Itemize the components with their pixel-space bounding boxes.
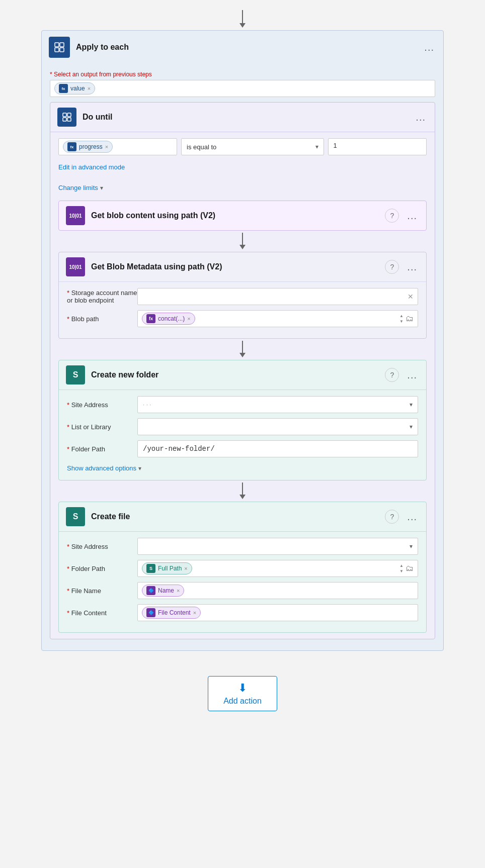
get-blob-content-help-btn[interactable]: ? xyxy=(385,209,399,223)
add-action-btn[interactable]: ⬇ Add action xyxy=(208,676,277,711)
apply-to-each-card: Apply to each ... * Select an output fro… xyxy=(41,30,444,651)
get-blob-content-actions: ? ... xyxy=(385,209,419,223)
svg-marker-11 xyxy=(239,245,246,249)
storage-account-clear[interactable]: ✕ xyxy=(408,293,414,301)
value-token: fx value × xyxy=(54,82,95,94)
file-name-row: File Name 🔷 Name × xyxy=(67,582,418,599)
apply-to-each-title: Apply to each xyxy=(76,43,422,52)
folder-path-label: Folder Path xyxy=(67,445,137,453)
operator-chevron: ▾ xyxy=(315,143,318,150)
create-new-folder-card: S Create new folder ? ... Site Address xyxy=(58,360,427,480)
create-file-more-btn[interactable]: ... xyxy=(405,511,419,523)
create-file-header: S Create file ? ... xyxy=(59,502,426,531)
list-library-select[interactable]: ▾ xyxy=(137,418,418,435)
condition-token-input[interactable]: fx progress × xyxy=(58,138,177,155)
list-library-label: List or Library xyxy=(67,423,137,431)
value-input[interactable]: 1 xyxy=(328,138,427,155)
create-file-actions: ? ... xyxy=(385,510,419,524)
get-blob-metadata-actions: ? ... xyxy=(385,260,419,274)
get-blob-metadata-more-btn[interactable]: ... xyxy=(405,261,419,273)
svg-marker-13 xyxy=(239,353,246,357)
create-folder-body: Site Address · · · ▾ List or Library xyxy=(59,390,426,480)
name-icon: 🔷 xyxy=(146,586,155,595)
file-content-close[interactable]: × xyxy=(193,610,196,616)
site-address-label-1: Site Address xyxy=(67,401,137,409)
storage-account-row: Storage account name or blob endpoint ✕ xyxy=(67,288,418,305)
do-until-actions: ... xyxy=(414,112,428,123)
edit-advanced-btn[interactable]: Edit in advanced mode xyxy=(58,161,125,173)
svg-rect-7 xyxy=(67,113,71,117)
do-until-more-btn[interactable]: ... xyxy=(414,112,428,123)
name-close[interactable]: × xyxy=(177,588,180,594)
site-address-select-2[interactable]: ▾ xyxy=(137,538,418,555)
blob-path-row: Blob path fx concat(...) × ▲ xyxy=(67,310,418,327)
svg-rect-2 xyxy=(55,43,59,47)
file-content-row: File Content 🔷 File Content × xyxy=(67,604,418,621)
folder-path-input[interactable]: /your-new-folder/ xyxy=(137,440,418,457)
do-until-title: Do until xyxy=(83,113,414,122)
progress-token-close[interactable]: × xyxy=(105,144,108,150)
folder-path-folder-btn[interactable]: 🗂 xyxy=(406,564,414,573)
operator-select[interactable]: is equal to ▾ xyxy=(181,138,324,155)
progress-token-icon: fx xyxy=(67,142,76,151)
svg-rect-9 xyxy=(67,118,71,121)
site-address-select-1[interactable]: · · · ▾ xyxy=(137,396,418,413)
apply-to-each-more-btn[interactable]: ... xyxy=(422,42,436,53)
full-path-icon: S xyxy=(146,564,155,573)
get-blob-metadata-icon: 10|01 xyxy=(66,257,85,276)
create-folder-actions: ? ... xyxy=(385,368,419,382)
svg-rect-5 xyxy=(60,48,64,52)
concat-icon: fx xyxy=(146,314,155,323)
file-content-label: File Content xyxy=(67,609,137,617)
create-folder-help-btn[interactable]: ? xyxy=(385,368,399,382)
file-name-input[interactable]: 🔷 Name × xyxy=(137,582,418,599)
list-library-chevron: ▾ xyxy=(410,423,413,430)
change-limits-btn[interactable]: Change limits ▾ xyxy=(58,182,103,194)
storage-account-label: Storage account name or blob endpoint xyxy=(67,289,137,304)
show-advanced-btn[interactable]: Show advanced options ▾ xyxy=(67,462,141,474)
folder-path-row: Folder Path /your-new-folder/ xyxy=(67,440,418,457)
arrow-1 xyxy=(58,233,427,250)
svg-marker-1 xyxy=(239,23,246,28)
select-output-input[interactable]: fx value × xyxy=(50,80,435,97)
file-content-icon: 🔷 xyxy=(146,608,155,617)
site-address-row-2: Site Address ▾ xyxy=(67,538,418,555)
arrow-3 xyxy=(58,483,427,500)
file-content-token: 🔷 File Content × xyxy=(142,607,201,619)
svg-rect-3 xyxy=(60,43,64,47)
apply-to-each-header: Apply to each ... xyxy=(42,31,443,64)
create-folder-icon: S xyxy=(66,365,85,384)
blob-path-label: Blob path xyxy=(67,315,137,323)
value-token-close[interactable]: × xyxy=(88,85,91,91)
create-file-folder-path-label: Folder Path xyxy=(67,565,137,572)
svg-rect-6 xyxy=(63,113,66,117)
create-folder-more-btn[interactable]: ... xyxy=(405,369,419,381)
list-library-row: List or Library ▾ xyxy=(67,418,418,435)
concat-close[interactable]: × xyxy=(187,316,190,322)
blob-path-folder-btn[interactable]: 🗂 xyxy=(406,314,414,323)
full-path-close[interactable]: × xyxy=(184,565,187,571)
name-token: 🔷 Name × xyxy=(142,585,184,597)
do-until-card: Do until ... fx progress × xyxy=(50,102,435,639)
change-limits-chevron: ▾ xyxy=(100,184,103,191)
create-file-card: S Create file ? ... Site Address xyxy=(58,502,427,633)
site-address-chevron-2: ▾ xyxy=(410,543,413,550)
select-output-label: * Select an output from previous steps xyxy=(50,71,435,78)
get-blob-content-card: 10|01 Get blob content using path (V2) ?… xyxy=(58,201,427,231)
storage-account-input[interactable]: ✕ xyxy=(137,288,418,305)
file-content-input[interactable]: 🔷 File Content × xyxy=(137,604,418,621)
blob-path-controls: ▲ ▼ xyxy=(399,313,403,324)
do-until-icon xyxy=(57,108,76,127)
site-address-row-1: Site Address · · · ▾ xyxy=(67,396,418,413)
get-blob-metadata-card: 10|01 Get Blob Metadata using path (V2) … xyxy=(58,252,427,339)
svg-marker-15 xyxy=(239,495,246,499)
site-address-label-2: Site Address xyxy=(67,543,137,550)
get-blob-content-more-btn[interactable]: ... xyxy=(405,210,419,222)
concat-token: fx concat(...) × xyxy=(142,313,195,325)
file-name-label: File Name xyxy=(67,587,137,595)
create-file-folder-path-input[interactable]: S Full Path × ▲ ▼ 🗂 xyxy=(137,560,418,577)
get-blob-metadata-help-btn[interactable]: ? xyxy=(385,260,399,274)
get-blob-content-title: Get blob content using path (V2) xyxy=(91,211,385,220)
create-file-help-btn[interactable]: ? xyxy=(385,510,399,524)
blob-path-input[interactable]: fx concat(...) × ▲ ▼ 🗂 xyxy=(137,310,418,327)
